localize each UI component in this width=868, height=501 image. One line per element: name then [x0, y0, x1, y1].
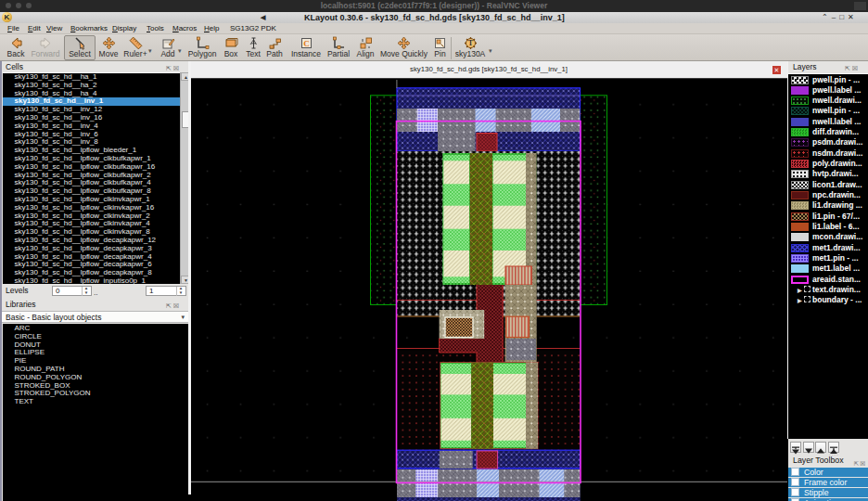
svg-text:T: T: [467, 39, 473, 47]
svg-text:C: C: [303, 39, 310, 48]
